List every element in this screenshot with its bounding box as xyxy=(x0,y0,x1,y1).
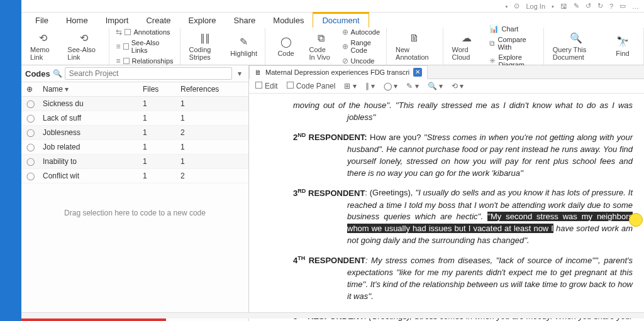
layout-tool[interactable]: ⊞ ▾ xyxy=(344,82,356,90)
document-toolbar: Edit Code Panel ⊞ ▾ ∥ ▾ ◯ ▾ ✎ ▾ 🔍 ▾ ⟲ ▾ xyxy=(249,79,644,94)
menu-modules[interactable]: Modules xyxy=(264,14,313,27)
highlight-button[interactable]: ✎Highlight xyxy=(228,35,260,58)
shape-tool[interactable]: ◯ ▾ xyxy=(384,82,397,90)
document-area: 🗎 Maternal Depression experiences FDG tr… xyxy=(249,65,644,321)
codes-panel-title: Codes xyxy=(25,69,50,79)
app-left-rail xyxy=(0,0,21,321)
code-row[interactable]: ◯Conflict wit12 xyxy=(21,169,248,183)
zoom-tool[interactable]: 🔍 ▾ xyxy=(428,82,443,90)
code-invivo-button[interactable]: ⧉Code In Vivo xyxy=(306,31,337,62)
highlight-icon: ✎ xyxy=(240,36,248,48)
align-tool[interactable]: ∥ ▾ xyxy=(365,82,375,90)
edit-icon[interactable]: ✎ xyxy=(574,2,579,10)
title-bar: • ⊙ Log In • 🖫 ✎ ↺ ↻ ? ▭ … xyxy=(21,0,644,13)
pen-tool[interactable]: ✎ ▾ xyxy=(406,82,418,90)
menu-document[interactable]: Document xyxy=(313,12,369,28)
ribbon: ⟲Memo Link ⟲See-Also Link ⇆Annotations ≡… xyxy=(21,28,644,65)
relationships-toggle[interactable]: ≡Relationships xyxy=(114,56,174,66)
search-project-input[interactable] xyxy=(65,67,232,80)
doc-icon: 🗎 xyxy=(255,68,262,76)
login-link[interactable]: Log In xyxy=(526,3,545,10)
close-tab-icon[interactable]: ✕ xyxy=(413,68,422,77)
see-also-link-button[interactable]: ⟲See-Also Link xyxy=(64,31,104,62)
titlebar-dot: • xyxy=(506,3,508,10)
search-dropdown[interactable]: ▾ xyxy=(235,69,245,78)
coding-stripes-button[interactable]: ∥∥Coding Stripes xyxy=(186,31,225,62)
menu-bar: File Home Import Create Explore Share Mo… xyxy=(21,13,644,28)
memo-link-button[interactable]: ⟲Memo Link xyxy=(26,31,60,62)
search-icon: 🔍 xyxy=(570,32,582,45)
codes-panel: Codes 🔍 ▾ ⊕ Name ▾ Files References ◯Sic… xyxy=(21,65,249,321)
chart-button[interactable]: 📊Chart xyxy=(488,24,538,34)
invivo-icon: ⧉ xyxy=(318,32,325,45)
note-icon: 🗎 xyxy=(409,32,419,45)
link-tool[interactable]: ⟲ ▾ xyxy=(452,82,464,90)
circle-icon: ◯ xyxy=(26,128,43,137)
link-icon: ⟲ xyxy=(39,32,47,45)
code-panel-toggle[interactable]: Code Panel xyxy=(287,82,336,90)
new-annotation-button[interactable]: 🗎New Annotation xyxy=(392,31,438,62)
circle-icon: ◯ xyxy=(26,143,43,151)
more-icon[interactable]: … xyxy=(632,3,639,10)
code-row[interactable]: ◯Sickness du11 xyxy=(21,97,248,111)
code-row[interactable]: ◯Lack of suff11 xyxy=(21,111,248,126)
code-row[interactable]: ◯Joblesness12 xyxy=(21,126,248,140)
status-bar xyxy=(21,312,644,318)
code-row[interactable]: ◯Job related11 xyxy=(21,140,248,155)
undo-icon[interactable]: ↺ xyxy=(586,2,591,10)
save-icon[interactable]: 🖫 xyxy=(560,3,567,10)
cloud-icon: ☁ xyxy=(462,32,472,45)
codes-grid-body: ◯Sickness du11 ◯Lack of suff11 ◯Joblesne… xyxy=(21,97,248,183)
titlebar-user-icon[interactable]: ⊙ xyxy=(514,2,519,10)
titlebar-sep: • xyxy=(552,3,554,10)
menu-file[interactable]: File xyxy=(26,14,57,27)
autocode-button[interactable]: ⊕Autocode xyxy=(341,27,381,37)
circle-icon: ◯ xyxy=(26,99,43,108)
query-document-button[interactable]: 🔍Query This Document xyxy=(549,31,603,62)
code-row[interactable]: ◯Inability to11 xyxy=(21,155,248,169)
range-code-button[interactable]: ⊕Range Code xyxy=(341,38,381,55)
link-icon: ⟲ xyxy=(80,32,88,45)
see-also-links-toggle[interactable]: ≡See-Also Links xyxy=(114,38,174,55)
code-button[interactable]: ◯Code xyxy=(270,35,302,58)
stripes-icon: ∥∥ xyxy=(200,32,210,45)
compare-with-button[interactable]: ⧉Compare With xyxy=(488,35,538,52)
transcript-fragment: moving out of the house''. ''This really… xyxy=(293,100,633,124)
document-body[interactable]: moving out of the house''. ''This really… xyxy=(249,94,644,321)
search-icon: 🔍 xyxy=(53,69,62,78)
col-references[interactable]: References xyxy=(180,85,243,94)
uncode-button[interactable]: ⊘Uncode xyxy=(341,56,381,66)
cursor-indicator xyxy=(629,213,643,227)
menu-import[interactable]: Import xyxy=(97,14,138,27)
col-files[interactable]: Files xyxy=(143,85,180,94)
tab-label: Maternal Depression experiences FDG tran… xyxy=(265,68,409,76)
document-tabs: 🗎 Maternal Depression experiences FDG tr… xyxy=(249,65,644,79)
menu-home[interactable]: Home xyxy=(57,14,97,27)
respondent-4: 4TH RESPONDENT: My stress comes from dis… xyxy=(293,254,633,303)
redo-icon[interactable]: ↻ xyxy=(597,2,603,10)
menu-share[interactable]: Share xyxy=(225,14,265,27)
respondent-3: 3RD RESPONDENT: (Greetings), ''I usually… xyxy=(293,187,633,247)
circle-icon: ◯ xyxy=(26,114,43,122)
codes-grid-header: ⊕ Name ▾ Files References xyxy=(21,82,248,97)
word-cloud-button[interactable]: ☁Word Cloud xyxy=(448,31,485,62)
menu-explore[interactable]: Explore xyxy=(180,14,225,27)
binoculars-icon: 🔭 xyxy=(616,36,629,48)
drop-code-hint: Drag selection here to code to a new cod… xyxy=(21,183,248,242)
circle-icon: ◯ xyxy=(26,157,43,166)
circle-icon: ◯ xyxy=(26,171,43,180)
edit-toggle[interactable]: Edit xyxy=(255,82,278,90)
circle-icon: ◯ xyxy=(280,36,292,48)
respondent-2: 2ND RESPONDENT: How are you? ''Stress co… xyxy=(293,131,633,180)
add-code-icon[interactable]: ⊕ xyxy=(26,85,43,94)
progress-indicator xyxy=(21,318,166,321)
app-frame: • ⊙ Log In • 🖫 ✎ ↺ ↻ ? ▭ … File Home Imp… xyxy=(21,0,644,321)
menu-create[interactable]: Create xyxy=(137,14,179,27)
find-button[interactable]: 🔭Find xyxy=(607,35,638,58)
col-name[interactable]: Name ▾ xyxy=(43,85,143,94)
help-icon[interactable]: ? xyxy=(609,3,613,10)
annotations-toggle[interactable]: ⇆Annotations xyxy=(114,27,174,37)
document-tab[interactable]: 🗎 Maternal Depression experiences FDG tr… xyxy=(249,65,428,79)
window-icon[interactable]: ▭ xyxy=(619,2,626,10)
